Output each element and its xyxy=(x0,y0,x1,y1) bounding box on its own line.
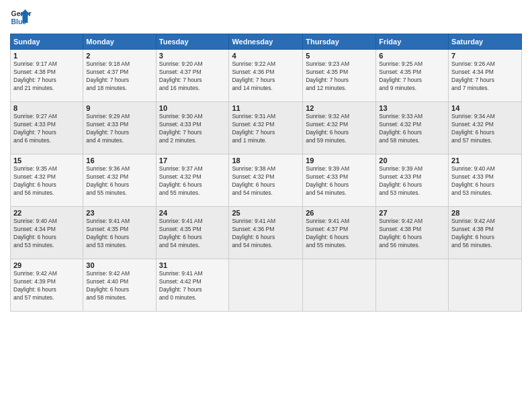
day-number: 3 xyxy=(159,52,226,60)
day-number: 23 xyxy=(86,209,152,217)
day-info: Sunrise: 9:18 AMSunset: 4:37 PMDaylight:… xyxy=(86,60,152,93)
day-info: Sunrise: 9:29 AMSunset: 4:33 PMDaylight:… xyxy=(86,113,152,145)
calendar-cell: 2Sunrise: 9:18 AMSunset: 4:37 PMDaylight… xyxy=(83,50,156,102)
day-number: 22 xyxy=(13,209,80,217)
day-number: 21 xyxy=(451,156,519,165)
calendar-cell: 23Sunrise: 9:41 AMSunset: 4:35 PMDayligh… xyxy=(83,207,156,259)
weekday-wednesday: Wednesday xyxy=(229,34,303,50)
day-info: Sunrise: 9:41 AMSunset: 4:37 PMDaylight:… xyxy=(306,218,373,250)
calendar-cell: 5Sunrise: 9:23 AMSunset: 4:35 PMDaylight… xyxy=(303,50,376,102)
day-info: Sunrise: 9:37 AMSunset: 4:32 PMDaylight:… xyxy=(159,165,226,197)
calendar-cell: 31Sunrise: 9:41 AMSunset: 4:42 PMDayligh… xyxy=(156,259,229,312)
day-info: Sunrise: 9:41 AMSunset: 4:36 PMDaylight:… xyxy=(232,218,300,250)
calendar-cell: 27Sunrise: 9:42 AMSunset: 4:38 PMDayligh… xyxy=(376,207,449,259)
day-number: 20 xyxy=(379,156,445,165)
day-info: Sunrise: 9:41 AMSunset: 4:42 PMDaylight:… xyxy=(159,270,226,302)
calendar-cell: 15Sunrise: 9:35 AMSunset: 4:32 PMDayligh… xyxy=(11,154,83,207)
calendar-cell xyxy=(229,259,303,312)
day-info: Sunrise: 9:32 AMSunset: 4:32 PMDaylight:… xyxy=(306,113,373,145)
day-number: 7 xyxy=(451,52,519,60)
day-number: 30 xyxy=(86,261,152,269)
day-number: 27 xyxy=(379,209,445,217)
calendar-cell: 7Sunrise: 9:26 AMSunset: 4:34 PMDaylight… xyxy=(449,50,522,102)
day-info: Sunrise: 9:30 AMSunset: 4:33 PMDaylight:… xyxy=(159,113,226,145)
calendar-cell xyxy=(303,259,376,312)
calendar-cell: 18Sunrise: 9:38 AMSunset: 4:32 PMDayligh… xyxy=(229,154,303,207)
calendar-week-1: 1Sunrise: 9:17 AMSunset: 4:38 PMDaylight… xyxy=(11,50,522,102)
day-info: Sunrise: 9:40 AMSunset: 4:34 PMDaylight:… xyxy=(13,218,80,250)
day-number: 29 xyxy=(13,261,80,269)
day-info: Sunrise: 9:42 AMSunset: 4:39 PMDaylight:… xyxy=(13,270,80,302)
day-info: Sunrise: 9:26 AMSunset: 4:34 PMDaylight:… xyxy=(451,60,519,93)
calendar-cell: 30Sunrise: 9:42 AMSunset: 4:40 PMDayligh… xyxy=(83,259,156,312)
day-number: 18 xyxy=(232,156,300,165)
day-number: 1 xyxy=(13,52,80,60)
day-number: 31 xyxy=(159,261,226,269)
calendar-cell: 4Sunrise: 9:22 AMSunset: 4:36 PMDaylight… xyxy=(229,50,303,102)
day-number: 4 xyxy=(232,52,300,60)
calendar-cell: 25Sunrise: 9:41 AMSunset: 4:36 PMDayligh… xyxy=(229,207,303,259)
calendar-cell xyxy=(376,259,449,312)
calendar-cell: 16Sunrise: 9:36 AMSunset: 4:32 PMDayligh… xyxy=(83,154,156,207)
calendar-cell: 28Sunrise: 9:42 AMSunset: 4:38 PMDayligh… xyxy=(449,207,522,259)
calendar-cell: 8Sunrise: 9:27 AMSunset: 4:33 PMDaylight… xyxy=(11,102,83,154)
day-number: 14 xyxy=(451,104,519,112)
calendar-cell: 17Sunrise: 9:37 AMSunset: 4:32 PMDayligh… xyxy=(156,154,229,207)
day-info: Sunrise: 9:38 AMSunset: 4:32 PMDaylight:… xyxy=(232,165,300,197)
day-number: 19 xyxy=(306,156,373,165)
day-number: 16 xyxy=(86,156,152,165)
calendar-cell: 24Sunrise: 9:41 AMSunset: 4:35 PMDayligh… xyxy=(156,207,229,259)
day-info: Sunrise: 9:39 AMSunset: 4:33 PMDaylight:… xyxy=(379,165,445,197)
weekday-monday: Monday xyxy=(83,34,156,50)
calendar-cell: 12Sunrise: 9:32 AMSunset: 4:32 PMDayligh… xyxy=(303,102,376,154)
calendar-cell: 26Sunrise: 9:41 AMSunset: 4:37 PMDayligh… xyxy=(303,207,376,259)
day-info: Sunrise: 9:23 AMSunset: 4:35 PMDaylight:… xyxy=(306,60,373,93)
day-number: 11 xyxy=(232,104,300,112)
calendar-cell: 9Sunrise: 9:29 AMSunset: 4:33 PMDaylight… xyxy=(83,102,156,154)
day-info: Sunrise: 9:33 AMSunset: 4:32 PMDaylight:… xyxy=(379,113,445,145)
day-info: Sunrise: 9:36 AMSunset: 4:32 PMDaylight:… xyxy=(86,165,152,197)
day-number: 10 xyxy=(159,104,226,112)
calendar-cell: 22Sunrise: 9:40 AMSunset: 4:34 PMDayligh… xyxy=(11,207,83,259)
calendar-cell: 10Sunrise: 9:30 AMSunset: 4:33 PMDayligh… xyxy=(156,102,229,154)
logo-icon: General Blue xyxy=(10,7,32,28)
day-info: Sunrise: 9:17 AMSunset: 4:38 PMDaylight:… xyxy=(13,60,80,93)
day-number: 5 xyxy=(306,52,373,60)
calendar-week-2: 8Sunrise: 9:27 AMSunset: 4:33 PMDaylight… xyxy=(11,102,522,154)
day-number: 8 xyxy=(13,104,80,112)
day-number: 26 xyxy=(306,209,373,217)
calendar-cell: 20Sunrise: 9:39 AMSunset: 4:33 PMDayligh… xyxy=(376,154,449,207)
calendar-table: SundayMondayTuesdayWednesdayThursdayFrid… xyxy=(10,34,522,312)
calendar-cell: 19Sunrise: 9:39 AMSunset: 4:33 PMDayligh… xyxy=(303,154,376,207)
day-info: Sunrise: 9:25 AMSunset: 4:35 PMDaylight:… xyxy=(379,60,445,93)
weekday-thursday: Thursday xyxy=(303,34,376,50)
calendar-cell: 13Sunrise: 9:33 AMSunset: 4:32 PMDayligh… xyxy=(376,102,449,154)
day-number: 24 xyxy=(159,209,226,217)
day-number: 13 xyxy=(379,104,445,112)
day-number: 15 xyxy=(13,156,80,165)
day-info: Sunrise: 9:39 AMSunset: 4:33 PMDaylight:… xyxy=(306,165,373,197)
day-info: Sunrise: 9:41 AMSunset: 4:35 PMDaylight:… xyxy=(159,218,226,250)
calendar-week-5: 29Sunrise: 9:42 AMSunset: 4:39 PMDayligh… xyxy=(11,259,522,312)
calendar-cell: 21Sunrise: 9:40 AMSunset: 4:33 PMDayligh… xyxy=(449,154,522,207)
day-info: Sunrise: 9:42 AMSunset: 4:40 PMDaylight:… xyxy=(86,270,152,302)
calendar-cell: 6Sunrise: 9:25 AMSunset: 4:35 PMDaylight… xyxy=(376,50,449,102)
weekday-sunday: Sunday xyxy=(11,34,83,50)
weekday-tuesday: Tuesday xyxy=(156,34,229,50)
weekday-friday: Friday xyxy=(376,34,449,50)
calendar-cell: 3Sunrise: 9:20 AMSunset: 4:37 PMDaylight… xyxy=(156,50,229,102)
day-info: Sunrise: 9:42 AMSunset: 4:38 PMDaylight:… xyxy=(379,218,445,250)
day-info: Sunrise: 9:31 AMSunset: 4:32 PMDaylight:… xyxy=(232,113,300,145)
page-header: General Blue xyxy=(10,7,522,28)
calendar-cell: 14Sunrise: 9:34 AMSunset: 4:32 PMDayligh… xyxy=(449,102,522,154)
day-info: Sunrise: 9:22 AMSunset: 4:36 PMDaylight:… xyxy=(232,60,300,93)
day-info: Sunrise: 9:41 AMSunset: 4:35 PMDaylight:… xyxy=(86,218,152,250)
calendar-week-3: 15Sunrise: 9:35 AMSunset: 4:32 PMDayligh… xyxy=(11,154,522,207)
day-info: Sunrise: 9:27 AMSunset: 4:33 PMDaylight:… xyxy=(13,113,80,145)
calendar-cell: 29Sunrise: 9:42 AMSunset: 4:39 PMDayligh… xyxy=(11,259,83,312)
day-number: 6 xyxy=(379,52,445,60)
logo: General Blue xyxy=(10,7,32,28)
day-number: 12 xyxy=(306,104,373,112)
day-number: 25 xyxy=(232,209,300,217)
weekday-saturday: Saturday xyxy=(449,34,522,50)
